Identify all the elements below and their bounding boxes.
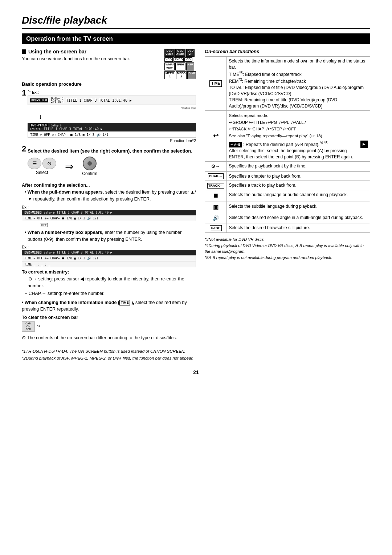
cat-icon: CAT/ONSCR	[22, 321, 35, 332]
timepoint-icon-cell: ⊙→	[205, 162, 227, 171]
audio-description: Selects the audio language or audio chan…	[226, 190, 370, 202]
format-vcd: VCD	[164, 57, 173, 62]
ex1-screen1: DVD-VIDEO Dolby D TITLE 1 CHAP 3 TOTAL 1…	[22, 210, 196, 215]
dash1: ⊙→ setting: press cursor ◀ repeatedly to…	[22, 276, 196, 289]
step1: 1 *1 Ex.: DVD-VIDEO Dolby D2/0 0ch TITLE…	[22, 89, 196, 143]
bullet2-text: When a number-entry box appears, enter t…	[22, 229, 196, 243]
time-badge: TIME	[119, 300, 130, 306]
double-arrow-icon: ⇒	[65, 161, 73, 173]
ex2-label: Ex.:	[22, 245, 196, 249]
ex1-label: Ex.:	[22, 205, 196, 209]
bullet1-bold: When the pull-down menu appears,	[28, 190, 104, 195]
when-changing: • When changing the time information mod…	[22, 299, 196, 313]
repeat-options: Selects repeat mode. ↩GROUP /↩TITLE /↩PG…	[229, 112, 368, 139]
ab-badge: ↩ A–B	[229, 142, 242, 147]
step1-number: 1	[22, 89, 26, 97]
select-label: Select	[36, 170, 48, 175]
track-badge: TRACK→	[207, 183, 224, 189]
function-table: TIME Selects the time information mode s…	[205, 56, 370, 233]
footnotes-right: *3Not available for DVD VR discs *4Durin…	[205, 236, 370, 260]
audio-icon: ⏹	[213, 193, 219, 199]
subtitle-icon: ▣	[213, 204, 219, 210]
step1-note: *1 Ex.:	[28, 89, 196, 94]
format-divx: DivX	[187, 71, 196, 79]
right-column: On-screen bar functions TIME Selects the…	[205, 49, 370, 362]
ex1-screen2: TIME ↩ OFF ⊙→ CHAP→ ⏹ 1/8 ▣ 1/ 3 🔊 1/1	[22, 215, 196, 221]
chap-badge: CHAP.→	[208, 173, 224, 179]
angle-icon-cell: 🔊	[205, 213, 227, 223]
on-screen-title: On-screen bar functions	[205, 49, 370, 54]
select-icon1: ☰	[28, 158, 41, 169]
step2: 2 Select the desired item (see the right…	[22, 145, 196, 180]
table-row: ⊙→ Specifies the playback point by the t…	[205, 162, 370, 171]
status-bar-label: Status bar	[28, 106, 196, 110]
subsection-title: Using the on-screen bar	[22, 49, 158, 54]
page-title: Disc/file playback	[22, 15, 370, 29]
format-asf: ASF	[186, 62, 194, 70]
page-description: Selects the desired browsable still pict…	[226, 223, 370, 233]
function-bar-note: Function bar*2	[28, 138, 196, 143]
track-description: Specifies a track to play back from.	[226, 181, 370, 190]
section-header: Operation from the TV screen	[22, 33, 370, 44]
star1-note: *1	[37, 324, 40, 329]
page-number: 21	[22, 369, 370, 375]
table-row: PAGE Selects the desired browsable still…	[205, 223, 370, 233]
select-icon2: ⊙	[42, 158, 56, 169]
intro-text: You can use various functions from the o…	[22, 56, 158, 62]
subtitle-icon-cell: ▣	[205, 202, 227, 213]
off-badge-container: OFF	[40, 222, 196, 227]
confirm-label: Confirm	[82, 171, 97, 176]
bullet2-bold: When a number-entry box appears,	[28, 230, 103, 235]
track-icon-cell: TRACK→	[205, 181, 227, 190]
footnote5: *5A-B repeat play is not available durin…	[205, 255, 370, 261]
audio-icon-cell: ⏹	[205, 190, 227, 202]
off-badge: OFF	[40, 223, 48, 227]
black-square-icon	[22, 49, 26, 54]
repeat-icon: ↩	[213, 132, 219, 139]
subtitle-description: Selects the subtitle language during pla…	[226, 202, 370, 213]
button-row: ☰ ⊙ Select ⇒ Confirm	[28, 157, 196, 176]
time-badge-icon: TIME	[209, 80, 222, 87]
ex2-time: TIME _ : _ : _	[22, 262, 196, 267]
step2-number: 2	[22, 145, 26, 153]
select-icons: ☰ ⊙	[28, 158, 56, 169]
time-icon-cell: TIME	[205, 57, 227, 111]
clear-label: To clear the on-screen bar	[22, 315, 196, 320]
table-row: TIME Selects the time information mode s…	[205, 57, 370, 111]
time-description: Selects the time information mode shown …	[226, 57, 370, 111]
left-column: Using the on-screen bar You can use vari…	[22, 49, 196, 362]
page-badge: PAGE	[210, 225, 222, 231]
confirm-disc-icon	[83, 157, 97, 170]
title-info: TITLE 1 CHAP 3 TOTAL 1:01:40 ▶	[66, 98, 132, 102]
correct-label: To correct a misentry:	[22, 270, 196, 275]
dolby-badge: Dolby D2/0 0ch	[51, 97, 64, 104]
step2-text: Select the desired item (see the right c…	[28, 148, 196, 154]
chap-icon-cell: CHAP.→	[205, 171, 227, 181]
format-mpeg1: MPEG1	[164, 71, 175, 79]
function-bar-row: TIME ↩ OFF ⊙→ CHAP→ ⏹ 1/8 ▣ 1/ 3 🔊 1/1	[28, 132, 196, 138]
footnote1: *1TH-D50/TH-D5/TH-D4: The ON SCREEN butt…	[22, 348, 196, 354]
table-row: 🔊 Selects the desired scene angle in a m…	[205, 213, 370, 223]
format-dvd-audio: DVDAudio	[175, 49, 186, 57]
status-bar-display1: DVD-VIDEO Dolby D2/0 0ch TITLE 1 CHAP 3 …	[28, 96, 196, 105]
status-bar-row1: DVD-VIDEO Dolby D2/0 0ch TITLE 1 CHAP 3 …	[28, 123, 196, 131]
format-cd: CD	[184, 57, 192, 62]
footnote4: *4During playback of DVD Video or DVD VR…	[205, 243, 370, 255]
bullet1-text: When the pull-down menu appears, select …	[22, 189, 196, 203]
ab-repeat-row: ↩ A–B : Repeats the desired part (A-B re…	[229, 141, 368, 160]
format-jpeg: JPEG	[175, 62, 185, 70]
table-row: CHAP.→ Specifies a chapter to play back …	[205, 171, 370, 181]
dash2: CHAP.→ setting: re-enter the number.	[22, 290, 196, 297]
table-row: ↩ Selects repeat mode. ↩GROUP /↩TITLE /↩…	[205, 111, 370, 162]
step1-arrow: ↓	[28, 112, 196, 121]
ex2-screen2: TIME ↩ OFF ⊙→ CHAP→ ⏹ 1/8 ▣ 1/ 3 🔊 1/1	[22, 255, 196, 261]
after-confirm-label: After confirming the selection...	[22, 183, 196, 188]
format-icons: DVDVideo DVDAudio DVDVR VCD SVCD CD WMA/…	[164, 49, 196, 79]
angle-description: Selects the desired scene angle in a mul…	[226, 213, 370, 223]
timepoint-description: Specifies the playback point by the time…	[226, 162, 370, 171]
format-wma: WMA/WAV	[164, 62, 175, 70]
format-svcd: SVCD	[173, 57, 184, 62]
timepoint-icon: ⊙→	[211, 163, 220, 169]
table-row: ⏹ Selects the audio language or audio ch…	[205, 190, 370, 202]
circle-note: ⊙ The contents of the on-screen bar diff…	[22, 335, 196, 341]
